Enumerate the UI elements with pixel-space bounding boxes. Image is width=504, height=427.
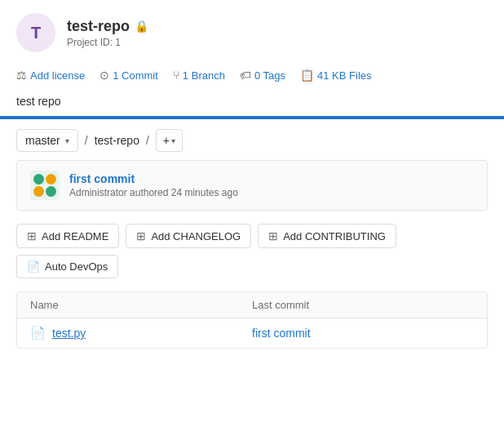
- path-add-button[interactable]: + ▾: [156, 129, 183, 152]
- add-readme-button[interactable]: ⊞ Add README: [16, 224, 119, 248]
- table-row: 📄 test.py first commit: [17, 318, 487, 348]
- contributing-icon: ⊞: [268, 229, 278, 242]
- col-commit-header: Last commit: [252, 299, 474, 311]
- commit-message[interactable]: first commit: [69, 172, 238, 185]
- add-icon: +: [163, 134, 170, 147]
- file-table: Name Last commit 📄 test.py first commit: [16, 291, 488, 349]
- commit-action: authored: [130, 187, 171, 198]
- commit-time: 24 minutes ago: [171, 187, 238, 198]
- files-icon: 📋: [300, 69, 314, 82]
- readme-label: Add README: [42, 230, 108, 242]
- branches-link[interactable]: ⑂ 1 Branch: [173, 69, 225, 82]
- add-license-link[interactable]: ⚖ Add license: [16, 69, 85, 82]
- file-last-commit[interactable]: first commit: [252, 327, 474, 340]
- license-icon: ⚖: [16, 69, 27, 82]
- file-name-cell: 📄 test.py: [30, 326, 252, 340]
- repo-title-block: test-repo 🔒 Project ID: 1: [67, 18, 148, 48]
- branch-chevron-icon: ▾: [65, 136, 69, 145]
- add-changelog-button[interactable]: ⊞ Add CHANGELOG: [126, 224, 251, 248]
- repo-name-row: test-repo 🔒: [67, 18, 148, 35]
- action-buttons: ⊞ Add README ⊞ Add CHANGELOG ⊞ Add CONTR…: [16, 224, 488, 278]
- commit-icon: ⊙: [99, 69, 109, 82]
- path-repo: test-repo: [95, 134, 139, 147]
- branch-select[interactable]: master ▾: [16, 129, 78, 152]
- path-separator2: /: [146, 134, 149, 147]
- stats-bar: ⚖ Add license ⊙ 1 Commit ⑂ 1 Branch 🏷 0 …: [16, 62, 488, 88]
- auto-devops-button[interactable]: 📄 Auto DevOps: [16, 255, 118, 278]
- tag-icon: 🏷: [240, 69, 251, 82]
- col-name-header: Name: [30, 299, 252, 311]
- file-name-link[interactable]: test.py: [52, 327, 86, 340]
- commits-link[interactable]: ⊙ 1 Commit: [99, 69, 158, 82]
- branch-bar: master ▾ / test-repo / + ▾: [16, 119, 488, 160]
- commit-details: first commit Administrator authored 24 m…: [69, 172, 238, 198]
- branch-icon: ⑂: [173, 69, 179, 82]
- repo-name: test-repo: [67, 18, 130, 35]
- grid-cell-bl: [33, 186, 44, 197]
- repo-description: test repo: [16, 88, 488, 116]
- changelog-label: Add CHANGELOG: [151, 230, 241, 242]
- changelog-icon: ⊞: [136, 229, 146, 242]
- file-icon: 📄: [30, 326, 46, 340]
- repo-header: T test-repo 🔒 Project ID: 1: [16, 13, 488, 52]
- branch-name: master: [25, 134, 60, 147]
- files-link[interactable]: 📋 41 KB Files: [300, 69, 372, 82]
- file-table-header: Name Last commit: [17, 292, 487, 318]
- commit-author: Administrator: [69, 187, 127, 198]
- lock-icon: 🔒: [135, 20, 148, 33]
- path-separator: /: [85, 134, 88, 147]
- project-id: Project ID: 1: [67, 37, 148, 48]
- contributing-label: Add CONTRIBUTING: [283, 230, 386, 242]
- commit-info-box: first commit Administrator authored 24 m…: [16, 160, 488, 211]
- readme-icon: ⊞: [27, 229, 37, 242]
- grid-cell-br: [46, 186, 56, 197]
- commit-avatar: [30, 171, 60, 200]
- add-contributing-button[interactable]: ⊞ Add CONTRIBUTING: [258, 224, 396, 248]
- commit-icon-grid: [33, 174, 56, 197]
- avatar: T: [16, 13, 55, 52]
- auto-devops-icon: 📄: [27, 260, 40, 273]
- commit-meta: Administrator authored 24 minutes ago: [69, 187, 238, 198]
- grid-cell-tr: [46, 174, 56, 185]
- auto-devops-label: Auto DevOps: [45, 260, 108, 273]
- add-chevron-icon: ▾: [171, 136, 175, 145]
- tags-link[interactable]: 🏷 0 Tags: [240, 69, 285, 82]
- grid-cell-tl: [33, 174, 44, 185]
